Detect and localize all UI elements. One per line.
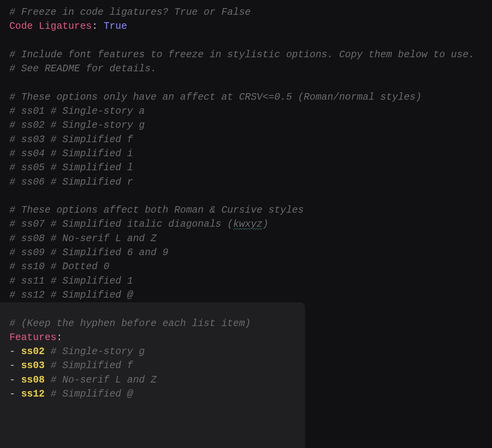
dash: -: [9, 346, 21, 357]
comment-text: # (Keep the hyphen before each list item…: [9, 318, 251, 329]
yaml-key: Code Ligatures: [9, 21, 92, 32]
yaml-value: ss03: [21, 360, 44, 371]
dash: -: [9, 360, 21, 371]
comment-text: # ss01 # Single-story a: [9, 106, 145, 117]
comment-text: # ss11 # Simplified 1: [9, 275, 133, 287]
list-item: - ss08 # No-serif L and Z: [9, 373, 492, 387]
colon: :: [56, 332, 62, 343]
yaml-value: ss02: [21, 346, 44, 357]
comment-text: # Simplified @: [45, 388, 133, 400]
comment-text: ): [263, 219, 268, 230]
blank-line: [9, 34, 492, 48]
code-line: # ss11 # Simplified 1: [9, 274, 492, 288]
comment-text: # ss02 # Single-story g: [9, 120, 145, 131]
comment-text: # Freeze in code ligatures? True or Fals…: [9, 7, 251, 18]
yaml-value: True: [104, 21, 127, 32]
comment-text: # These options only have an affect at C…: [9, 92, 421, 103]
code-line: # See README for details.: [9, 62, 492, 76]
code-editor[interactable]: # Freeze in code ligatures? True or Fals…: [0, 0, 492, 448]
list-item: - ss02 # Single-story g: [9, 345, 492, 359]
dash: -: [9, 388, 21, 400]
code-line: # ss03 # Simplified f: [9, 133, 492, 147]
code-line: # ss08 # No-serif L and Z: [9, 232, 492, 246]
list-item: - ss12 # Simplified @: [9, 387, 492, 401]
comment-text: # ss03 # Simplified f: [9, 134, 133, 145]
blank-line: [9, 76, 492, 90]
comment-text: # These options affect both Roman & Curs…: [9, 205, 304, 216]
dash: -: [9, 374, 21, 386]
code-line: # ss02 # Single-story g: [9, 118, 492, 132]
comment-text: # ss05 # Simplified l: [9, 162, 133, 173]
comment-text: # ss12 # Simplified @: [9, 289, 133, 301]
comment-text: # No-serif L and Z: [45, 374, 157, 386]
yaml-value: ss12: [21, 388, 44, 400]
code-line: # ss05 # Simplified l: [9, 161, 492, 175]
code-line: # (Keep the hyphen before each list item…: [9, 317, 492, 331]
code-line: # Include font features to freeze in sty…: [9, 48, 492, 62]
code-line: # These options affect both Roman & Curs…: [9, 203, 492, 217]
comment-text: # ss04 # Simplified i: [9, 148, 133, 159]
code-line: # Freeze in code ligatures? True or Fals…: [9, 5, 492, 19]
colon: :: [92, 21, 98, 32]
code-line: # ss07 # Simplified italic diagonals (kw…: [9, 217, 492, 231]
code-line: Code Ligatures: True: [9, 19, 492, 34]
code-line: # ss01 # Single-story a: [9, 104, 492, 118]
comment-text: # Simplified f: [45, 360, 133, 371]
code-line: # ss09 # Simplified 6 and 9: [9, 246, 492, 260]
blank-line: [9, 302, 492, 316]
blank-line: [9, 189, 492, 203]
comment-text: # See README for details.: [9, 63, 157, 74]
spelling-squiggle: kwxyz: [233, 219, 263, 230]
comment-text: # ss07 # Simplified italic diagonals (: [9, 219, 233, 230]
comment-text: # ss10 # Dotted 0: [9, 261, 109, 272]
yaml-value: ss08: [21, 374, 44, 386]
code-line: Features:: [9, 331, 492, 345]
code-line: # ss12 # Simplified @: [9, 288, 492, 302]
comment-text: # ss09 # Simplified 6 and 9: [9, 247, 168, 258]
code-line: # ss06 # Simplified r: [9, 175, 492, 189]
code-line: # ss04 # Simplified i: [9, 147, 492, 161]
comment-text: # Include font features to freeze in sty…: [9, 49, 474, 60]
comment-text: # ss06 # Simplified r: [9, 176, 133, 188]
comment-text: # Single-story g: [45, 346, 145, 357]
yaml-key: Features: [9, 332, 56, 343]
comment-text: # ss08 # No-serif L and Z: [9, 233, 157, 244]
code-line: # ss10 # Dotted 0: [9, 260, 492, 274]
code-line: # These options only have an affect at C…: [9, 90, 492, 104]
list-item: - ss03 # Simplified f: [9, 359, 492, 373]
